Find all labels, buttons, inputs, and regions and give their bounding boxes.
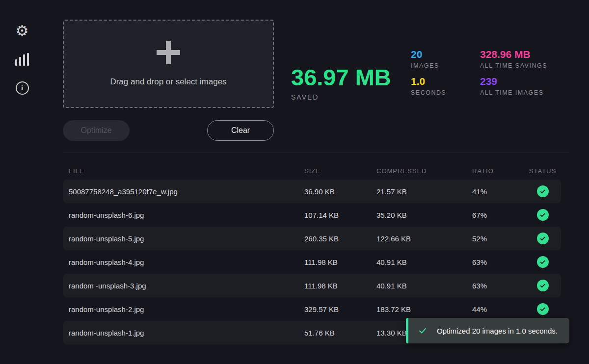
stat-images: 20 IMAGES — [411, 49, 446, 69]
size-cell: 111.98 KB — [304, 282, 376, 290]
toast-notification: Optimized 20 images in 1.0 seconds. — [406, 318, 569, 343]
size-cell: 107.14 KB — [304, 211, 376, 219]
toast-check-icon — [418, 326, 427, 335]
clear-button[interactable]: Clear — [207, 120, 274, 141]
size-cell: 36.90 KB — [304, 187, 376, 196]
size-cell: 329.57 KB — [304, 305, 376, 313]
status-cell — [524, 303, 561, 315]
plus-icon — [157, 41, 180, 64]
size-cell: 111.98 KB — [304, 258, 376, 266]
ratio-cell: 41% — [472, 187, 524, 196]
app-window: ⚙ i Drag and drop or select images 36.97… — [0, 0, 589, 364]
toast-message: Optimized 20 images in 1.0 seconds. — [437, 327, 558, 335]
table-row: random -unsplash-3.jpg111.98 KB40.91 KB6… — [63, 274, 561, 297]
table-header: FILE SIZE COMPRESSED RATIO STATUS — [63, 162, 561, 180]
sidebar-item-about[interactable]: i — [14, 79, 30, 96]
file-name-cell: random-unsplash-5.jpg — [63, 234, 304, 243]
stat-images-value: 20 — [411, 49, 446, 60]
stat-alltime-images-label: ALL TIME IMAGES — [480, 89, 547, 96]
compressed-cell: 35.20 KB — [376, 211, 472, 219]
optimize-button[interactable]: Optimize — [63, 120, 130, 141]
compressed-cell: 40.91 KB — [376, 258, 472, 266]
saved-label: SAVED — [291, 93, 391, 101]
status-cell — [524, 256, 561, 268]
stat-alltime-savings-value: 328.96 MB — [480, 49, 547, 60]
compressed-cell: 122.66 KB — [376, 234, 472, 243]
sidebar: ⚙ i — [0, 0, 44, 364]
compressed-cell: 21.57 KB — [376, 187, 472, 196]
ratio-cell: 63% — [472, 282, 524, 290]
dropzone-label: Drag and drop or select images — [110, 77, 226, 87]
size-cell: 51.76 KB — [304, 329, 376, 337]
success-check-icon — [537, 209, 549, 221]
image-dropzone[interactable]: Drag and drop or select images — [63, 20, 274, 108]
col-header-size: SIZE — [304, 167, 376, 175]
table-row: random-unsplash-4.jpg111.98 KB40.91 KB63… — [63, 250, 561, 274]
col-header-ratio: RATIO — [472, 167, 524, 175]
ratio-cell: 52% — [472, 234, 524, 243]
file-name-cell: random-unsplash-2.jpg — [63, 305, 304, 313]
col-header-file: FILE — [63, 167, 304, 175]
file-name-cell: 50087758248_a395120f7e_w.jpg — [63, 187, 304, 196]
status-cell — [524, 209, 561, 221]
file-name-cell: random-unsplash-1.jpg — [63, 329, 304, 337]
alltime-stats: 328.96 MB ALL TIME SAVINGS 239 ALL TIME … — [480, 49, 547, 103]
ratio-cell: 63% — [472, 258, 524, 266]
saved-summary: 36.97 MB SAVED — [291, 66, 391, 101]
ratio-cell: 44% — [472, 305, 524, 313]
col-header-compressed: COMPRESSED — [376, 167, 472, 175]
status-cell — [524, 233, 561, 244]
bar-chart-icon — [15, 53, 29, 66]
compressed-cell: 183.72 KB — [376, 305, 472, 313]
success-check-icon — [537, 280, 549, 291]
status-cell — [524, 280, 561, 291]
session-stats: 20 IMAGES 1.0 SECONDS — [411, 49, 446, 103]
stat-seconds-value: 1.0 — [411, 76, 446, 87]
status-cell — [524, 185, 561, 197]
table-row: random-unsplash-2.jpg329.57 KB183.72 KB4… — [63, 297, 561, 321]
saved-value: 36.97 MB — [291, 66, 391, 89]
stat-seconds: 1.0 SECONDS — [411, 76, 446, 96]
table-row: random-unsplash-6.jpg107.14 KB35.20 KB67… — [63, 203, 561, 227]
table-row: random-unsplash-5.jpg260.35 KB122.66 KB5… — [63, 227, 561, 250]
sidebar-item-statistics[interactable] — [14, 51, 30, 68]
success-check-icon — [537, 185, 549, 197]
stat-images-label: IMAGES — [411, 62, 446, 69]
stat-alltime-savings-label: ALL TIME SAVINGS — [480, 62, 547, 69]
compressed-cell: 40.91 KB — [376, 282, 472, 290]
success-check-icon — [537, 256, 549, 268]
sidebar-item-settings[interactable]: ⚙ — [14, 23, 30, 39]
stat-alltime-images: 239 ALL TIME IMAGES — [480, 76, 547, 96]
results-table: FILE SIZE COMPRESSED RATIO STATUS 500877… — [63, 162, 561, 344]
file-name-cell: random-unsplash-4.jpg — [63, 258, 304, 266]
file-name-cell: random-unsplash-6.jpg — [63, 211, 304, 219]
table-row: 50087758248_a395120f7e_w.jpg36.90 KB21.5… — [63, 180, 561, 203]
success-check-icon — [537, 303, 549, 315]
info-icon: i — [16, 81, 29, 95]
size-cell: 260.35 KB — [304, 234, 376, 243]
gear-icon: ⚙ — [16, 24, 29, 38]
stat-alltime-savings: 328.96 MB ALL TIME SAVINGS — [480, 49, 547, 69]
success-check-icon — [537, 233, 549, 244]
section-divider — [63, 153, 569, 153]
stat-seconds-label: SECONDS — [411, 89, 446, 96]
file-name-cell: random -unsplash-3.jpg — [63, 282, 304, 290]
col-header-status: STATUS — [524, 167, 561, 175]
stat-alltime-images-value: 239 — [480, 76, 547, 87]
ratio-cell: 67% — [472, 211, 524, 219]
